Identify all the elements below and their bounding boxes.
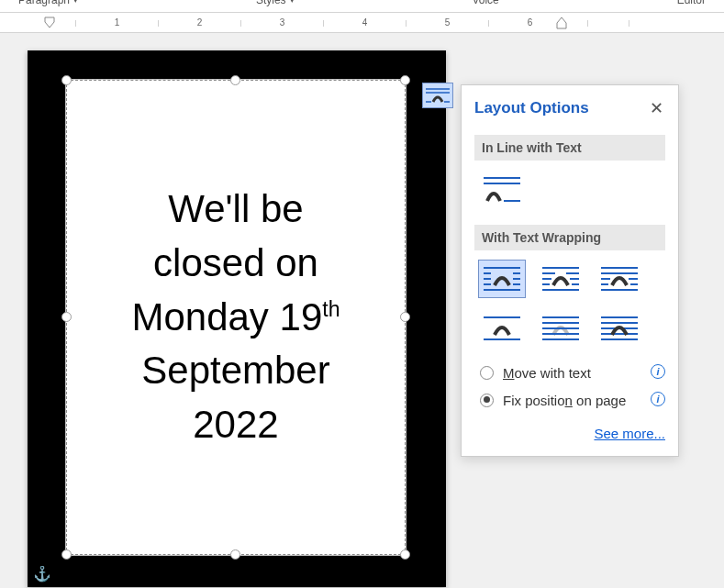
radio-icon	[480, 366, 494, 380]
resize-handle[interactable]	[61, 75, 72, 85]
close-button[interactable]: ✕	[647, 98, 665, 118]
document-page[interactable]: We'll be closed on Monday 19th September…	[28, 50, 446, 587]
layout-options-panel: Layout Options ✕ In Line with Text With …	[461, 84, 679, 457]
wrap-tight-option[interactable]	[537, 260, 585, 298]
layout-options-icon	[426, 87, 450, 104]
see-more-link[interactable]: See more...	[594, 426, 665, 441]
layout-options-button[interactable]	[422, 83, 453, 108]
text-box-content[interactable]: We'll be closed on Monday 19th September…	[131, 183, 340, 452]
section-inline-label: In Line with Text	[474, 135, 665, 161]
resize-handle[interactable]	[400, 312, 410, 322]
section-wrapping-label: With Text Wrapping	[474, 225, 665, 250]
panel-title: Layout Options	[474, 99, 589, 117]
indent-marker-end-icon[interactable]	[556, 17, 567, 29]
wrap-behind-option[interactable]	[537, 309, 585, 348]
resize-handle[interactable]	[400, 75, 410, 85]
anchor-icon[interactable]: ⚓	[33, 567, 51, 582]
wrap-inline-option[interactable]	[478, 170, 526, 208]
wrap-through-option[interactable]	[596, 260, 643, 298]
wrap-topbottom-option[interactable]	[478, 309, 526, 348]
radio-icon	[480, 394, 494, 407]
wrap-square-option[interactable]	[478, 260, 526, 298]
info-icon[interactable]: i	[651, 392, 665, 406]
svg-marker-1	[557, 17, 566, 28]
resize-handle[interactable]	[230, 549, 240, 560]
resize-handle[interactable]	[61, 312, 72, 322]
horizontal-ruler[interactable]: | 1 | 2 | 3 | 4 | 5 | 6 | |	[0, 13, 724, 33]
info-icon[interactable]: i	[651, 364, 665, 379]
ribbon-group-labels: Paragraph▾ Styles▾ Voice Editor	[0, 0, 724, 13]
move-with-text-radio[interactable]: Move with text i	[480, 364, 665, 383]
resize-handle[interactable]	[400, 549, 410, 560]
resize-handle[interactable]	[61, 549, 72, 560]
text-box[interactable]: We'll be closed on Monday 19th September…	[66, 80, 406, 555]
svg-marker-0	[45, 17, 54, 28]
resize-handle[interactable]	[230, 75, 240, 85]
indent-marker-icon[interactable]	[44, 17, 55, 29]
fix-position-radio[interactable]: Fix position on page i	[480, 392, 665, 410]
wrap-front-option[interactable]	[596, 309, 643, 348]
